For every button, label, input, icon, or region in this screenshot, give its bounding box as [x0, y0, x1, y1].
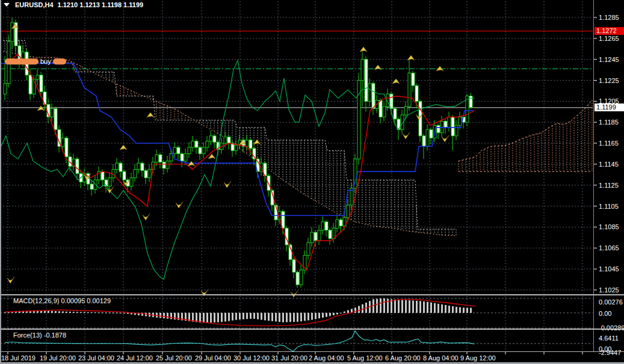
macd-histogram-bar: [326, 313, 327, 317]
candle-body: [116, 163, 119, 169]
macd-histogram-bar: [73, 312, 75, 313]
macd-histogram-bar: [437, 304, 439, 313]
macd-histogram-bar: [336, 313, 338, 315]
candle-body: [101, 171, 104, 180]
price-axis-label: 1.1145: [599, 161, 619, 168]
macd-histogram-bar: [80, 312, 82, 313]
macd-histogram-bar: [62, 312, 64, 313]
macd-histogram-bar: [44, 311, 46, 313]
macd-histogram-bar: [224, 313, 226, 321]
macd-histogram-bar: [199, 313, 201, 322]
price-axis-label: 1.1285: [599, 14, 619, 21]
candle-body: [408, 73, 411, 106]
candle-body: [148, 170, 151, 178]
macd-histogram-bar: [102, 312, 103, 313]
macd-histogram-bar: [456, 307, 457, 313]
price-axis-label: 1.1125: [599, 182, 619, 189]
macd-histogram-bar: [214, 313, 215, 322]
macd-histogram-bar: [318, 313, 320, 318]
macd-histogram-bar: [221, 313, 223, 322]
candle-body: [162, 162, 165, 168]
candle-body: [130, 178, 133, 187]
candle-body: [166, 161, 169, 168]
price-axis-label: 1.1065: [599, 244, 619, 251]
macd-histogram-bar: [470, 308, 472, 313]
candle-body: [383, 106, 386, 117]
macd-histogram-bar: [376, 299, 378, 313]
macd-histogram-bar: [344, 312, 345, 313]
macd-histogram-bar: [329, 313, 331, 316]
price-axis-label: 1.1185: [599, 119, 619, 126]
candle-body: [318, 230, 321, 241]
time-axis-label: 5 Aug 12:00: [347, 354, 383, 362]
macd-histogram-bar: [8, 312, 10, 313]
candle-body: [177, 147, 180, 153]
fractal-down-arrow-icon: [224, 181, 231, 188]
candle-body: [307, 243, 310, 256]
candle-body: [51, 109, 54, 117]
candle-body: [202, 147, 205, 153]
macd-histogram-bar: [289, 313, 291, 322]
macd-histogram-bar: [113, 313, 114, 313]
alert-price-tag: 1.1272: [595, 27, 624, 35]
macd-histogram-bar: [282, 313, 284, 322]
buy-signal-label: buy: [40, 58, 51, 65]
macd-histogram-bar: [217, 313, 219, 322]
fractal-down-arrow-icon: [7, 277, 14, 283]
time-axis-label: 30 Jul 12:00: [233, 354, 270, 362]
macd-histogram-bar: [261, 313, 262, 320]
time-axis-label: 9 Aug 12:00: [460, 354, 496, 362]
fractal-up-arrow-icon: [147, 113, 154, 117]
candle-body: [36, 75, 39, 79]
candle-body: [11, 23, 14, 42]
macd-histogram-bar: [419, 301, 421, 313]
fractal-up-arrow-icon: [407, 55, 415, 60]
chart-surface[interactable]: buy: [0, 0, 624, 364]
macd-histogram-bar: [405, 300, 407, 313]
pane-separator-timeaxis: [0, 351, 624, 352]
macd-histogram-bar: [206, 313, 208, 322]
macd-histogram-bar: [105, 312, 107, 313]
macd-histogram-bar: [297, 313, 298, 322]
macd-histogram-bar: [300, 313, 302, 321]
macd-histogram-bar: [66, 312, 67, 313]
macd-axis-label: 0.00276: [599, 298, 623, 306]
macd-histogram-bar: [264, 313, 266, 320]
bid-price-tag: 1.1199: [595, 103, 624, 111]
candle-body: [224, 137, 227, 143]
candle-body: [451, 117, 454, 135]
candle-body: [29, 75, 32, 94]
pane-separator-macd[interactable]: [0, 294, 624, 295]
candle-body: [235, 146, 238, 151]
time-axis-label: 2 Aug 04:00: [309, 354, 344, 362]
candle-body: [448, 117, 451, 127]
candle-body: [292, 259, 295, 272]
price-axis-label: 1.1045: [599, 265, 619, 273]
candle-body: [181, 153, 184, 161]
macd-histogram-bar: [380, 298, 382, 313]
macd-histogram-bar: [127, 313, 129, 314]
macd-histogram-bar: [398, 300, 400, 313]
macd-histogram-bar: [391, 299, 392, 313]
fractal-up-arrow-icon: [360, 47, 367, 52]
macd-histogram-bar: [40, 311, 42, 313]
time-axis-label: 19 Jul 20:00: [40, 354, 76, 362]
macd-axis-label: -0.00289: [599, 324, 624, 332]
force-indicator-label: Force(13) -0.1878: [13, 332, 66, 339]
candle-body: [361, 60, 364, 81]
macd-histogram-bar: [409, 300, 410, 313]
candle-body: [188, 147, 191, 153]
candle-body: [459, 117, 462, 125]
candle-body: [170, 153, 173, 161]
force-axis-label: 4.6411: [599, 335, 619, 342]
chevron-down-icon[interactable]: [4, 3, 10, 7]
pane-separator-force[interactable]: [0, 329, 624, 330]
macd-histogram-bar: [427, 302, 428, 313]
macd-histogram-bar: [210, 313, 212, 322]
time-axis-label: 18 Jul 2019: [1, 354, 36, 362]
macd-histogram-bar: [271, 313, 273, 321]
macd-histogram-bar: [293, 313, 295, 322]
ohlc-values: 1.1210 1.1213 1.1198 1.1199: [58, 1, 144, 8]
macd-histogram-bar: [15, 312, 17, 313]
macd-histogram-bar: [340, 313, 342, 313]
